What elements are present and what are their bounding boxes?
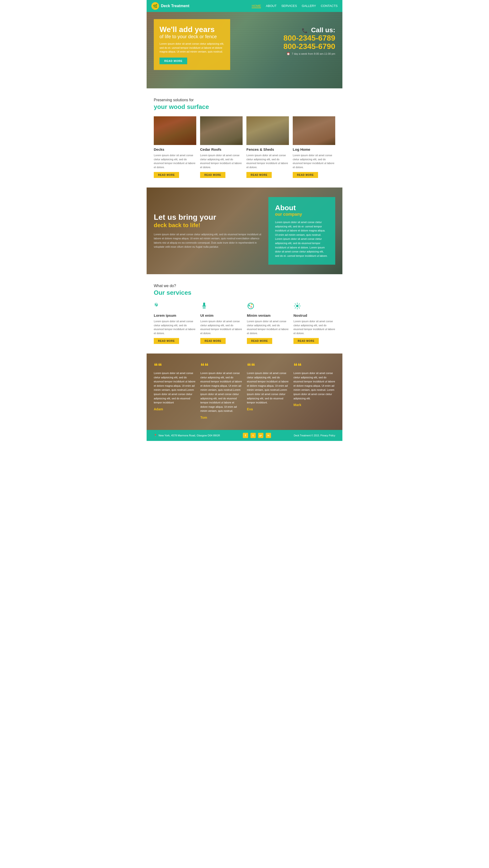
svg-point-10 <box>296 305 298 307</box>
testimonial-author-1: Adam <box>154 407 196 411</box>
twitter-icon[interactable]: t <box>251 433 256 438</box>
location-icon: 📍 <box>154 434 157 437</box>
testimonials-section: ❝❝ Lorem ipsum dolor sit amet conse ctet… <box>146 353 343 430</box>
linkedin-icon[interactable]: in <box>266 433 271 438</box>
our-services-subtitle: What we do? <box>154 284 335 288</box>
quote-mark-1: ❝❝ <box>154 363 196 369</box>
service-icon-2 <box>200 302 242 311</box>
svg-point-9 <box>251 306 252 308</box>
fences-image <box>247 116 289 145</box>
footer-copyright: Deck Treatment © 2015. Privacy Policy <box>294 434 335 437</box>
svg-line-15 <box>295 304 296 305</box>
cedar-read-more-button[interactable]: READ MORE <box>200 172 225 178</box>
preserving-title: your wood surface <box>154 103 335 111</box>
call-label: 📞 Call us: <box>284 26 335 34</box>
service-card-fences: Fences & Sheds Lorem ipsum dolor sit ame… <box>247 116 289 178</box>
service-name-1: Lorem ipsum <box>154 313 196 317</box>
about-box: About our company Lorem ipsum dolor sit … <box>268 197 335 265</box>
facebook-icon[interactable]: f <box>243 433 248 438</box>
about-box-text: Lorem ipsum dolor sit amet conse ctetur … <box>275 220 329 258</box>
service-desc-4: Lorem ipsum dolor sit amet conse ctetur … <box>293 319 335 335</box>
nav-home[interactable]: HOME <box>252 4 261 8</box>
phone-number-2[interactable]: 800-2345-6790 <box>284 42 335 51</box>
decks-image <box>154 116 196 145</box>
nav-services[interactable]: SERVICES <box>281 4 297 8</box>
testimonial-text-1: Lorem ipsum dolor sit amet conse ctetur … <box>154 371 196 405</box>
service-desc-1: Lorem ipsum dolor sit amet conse ctetur … <box>154 319 196 335</box>
testimonial-1: ❝❝ Lorem ipsum dolor sit amet conse ctet… <box>154 363 196 411</box>
phone-icon: 📞 <box>302 28 308 33</box>
hero-call-area: 📞 Call us: 800-2345-6789 800-2345-6790 ⏰… <box>284 26 335 55</box>
svg-rect-5 <box>203 306 205 309</box>
svg-line-17 <box>299 304 300 305</box>
header: 🌿 Deck Treatment HOME ABOUT SERVICES GAL… <box>146 0 343 12</box>
service-name-3: Minim veniam <box>247 313 289 317</box>
service-icon-1 <box>154 302 196 311</box>
nav-gallery[interactable]: GALLERY <box>302 4 316 8</box>
svg-point-7 <box>248 305 250 306</box>
svg-rect-4 <box>202 306 206 306</box>
log-name: Log Home <box>293 147 335 151</box>
service-item-2: Ut enim Lorem ipsum dolor sit amet conse… <box>200 302 242 344</box>
service-desc-3: Lorem ipsum dolor sit amet conse ctetur … <box>247 319 289 335</box>
decks-read-more-button[interactable]: READ MORE <box>154 172 179 178</box>
googleplus-icon[interactable]: g+ <box>258 433 263 438</box>
svg-point-8 <box>251 304 252 305</box>
log-read-more-button[interactable]: READ MORE <box>293 172 318 178</box>
decks-name: Decks <box>154 147 196 151</box>
svg-rect-2 <box>157 304 158 306</box>
service-desc-2: Lorem ipsum dolor sit amet conse ctetur … <box>200 319 242 335</box>
fences-read-more-button[interactable]: READ MORE <box>247 172 272 178</box>
about-hero-section: Let us bring your deck back to life! Lor… <box>146 187 343 274</box>
about-hero-title-line1: Let us bring your <box>154 213 264 222</box>
about-box-title: About <box>275 204 329 212</box>
service-icon-4 <box>293 302 335 311</box>
hero-subtitle: of life to your deck or fence <box>160 34 224 39</box>
service-card-decks: Decks Lorem ipsum dolor sit amet conse c… <box>154 116 196 178</box>
service-cards-container: Decks Lorem ipsum dolor sit amet conse c… <box>154 116 335 178</box>
phone-number-1[interactable]: 800-2345-6789 <box>284 34 335 42</box>
about-hero-left: Let us bring your deck back to life! Lor… <box>154 213 268 249</box>
testimonial-author-3: Eva <box>247 407 289 411</box>
our-services-section: What we do? Our services Lorem ipsum Lor… <box>146 274 343 353</box>
quote-mark-3: ❝❝ <box>247 363 289 369</box>
service-icon-3 <box>247 302 289 311</box>
testimonial-author-2: Tom <box>200 415 242 420</box>
service-readmore-2[interactable]: READ MORE <box>200 338 226 344</box>
fences-name: Fences & Sheds <box>247 147 289 151</box>
footer: 📍 New York, 4578 Marmora Road, Glasgow D… <box>146 430 343 441</box>
service-readmore-4[interactable]: READ MORE <box>293 338 319 344</box>
testimonial-2: ❝❝ Lorem ipsum dolor sit amet conse ctet… <box>200 363 242 420</box>
nav-about[interactable]: ABOUT <box>266 4 276 8</box>
nav-contacts[interactable]: CONTACTS <box>321 4 338 8</box>
log-desc: Lorem ipsum dolor sit amet conse ctetur … <box>293 153 335 169</box>
hero-content-box: We'll add years of life to your deck or … <box>154 19 230 70</box>
svg-line-16 <box>299 307 300 308</box>
logo-text: Deck Treatment <box>161 4 189 8</box>
testimonial-text-2: Lorem ipsum dolor sit amet conse ctetur … <box>200 371 242 413</box>
hero-section: We'll add years of life to your deck or … <box>146 12 343 88</box>
services-grid: Lorem ipsum Lorem ipsum dolor sit amet c… <box>154 302 335 344</box>
service-card-log: Log Home Lorem ipsum dolor sit amet cons… <box>293 116 335 178</box>
service-name-2: Ut enim <box>200 313 242 317</box>
hero-title: We'll add years <box>160 25 224 34</box>
testimonial-4: ❝❝ Lorem ipsum dolor sit amet conse ctet… <box>293 363 335 407</box>
service-readmore-1[interactable]: READ MORE <box>154 338 179 344</box>
main-nav: HOME ABOUT SERVICES GALLERY CONTACTS <box>252 4 338 8</box>
testimonial-3: ❝❝ Lorem ipsum dolor sit amet conse ctet… <box>247 363 289 411</box>
log-image <box>293 116 335 145</box>
service-readmore-3[interactable]: READ MORE <box>247 338 272 344</box>
quote-mark-4: ❝❝ <box>293 363 335 369</box>
about-hero-title-line2: deck back to life! <box>154 222 264 228</box>
svg-line-18 <box>295 307 296 308</box>
logo-icon: 🌿 <box>151 2 159 10</box>
testimonial-author-4: Mark <box>293 403 335 407</box>
testimonial-text-4: Lorem ipsum dolor sit amet conse ctetur … <box>293 371 335 401</box>
about-box-subtitle: our company <box>275 212 329 217</box>
hero-body-text: Lorem ipsum dolor sit amet conse ctetur … <box>160 42 224 54</box>
preserving-subtitle: Preserving solutions for <box>154 98 335 102</box>
hero-read-more-button[interactable]: READ MORE <box>160 58 187 64</box>
footer-address-text: New York, 4578 Marmora Road, Glasgow D04… <box>159 434 220 437</box>
cedar-desc: Lorem ipsum dolor sit amet conse ctetur … <box>200 153 242 169</box>
our-services-title: Our services <box>154 289 335 297</box>
